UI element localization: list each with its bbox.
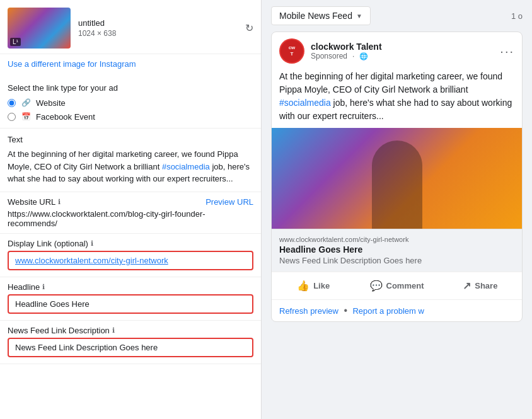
website-url-value: https://www.clockworktalent.com/blog-cit…: [8, 209, 253, 228]
like-icon: 👍: [297, 280, 309, 292]
share-label: Share: [475, 281, 497, 290]
display-link-value: www.clockworktalent.com/city-girl-networ…: [15, 256, 246, 265]
share-icon: ↗: [463, 280, 471, 292]
brand-avatar: cwT: [279, 38, 304, 64]
comment-button[interactable]: 💬 Comment: [355, 275, 438, 297]
website-url-label: Website URL ℹ: [8, 197, 61, 207]
display-link-label: Display Link (optional) ℹ: [8, 239, 253, 248]
event-icon: 📅: [21, 112, 31, 122]
like-button[interactable]: 👍 Like: [272, 275, 355, 297]
use-different-image-section: Use a different image for Instagram: [0, 54, 261, 77]
use-different-image-link[interactable]: Use a different image for Instagram: [8, 59, 136, 69]
radio-website-label: Website: [36, 98, 66, 108]
comment-label: Comment: [386, 281, 424, 290]
radio-event-label: Facebook Event: [36, 112, 95, 122]
display-link-field[interactable]: www.clockworktalent.com/city-girl-networ…: [8, 251, 253, 270]
post-actions: 👍 Like 💬 Comment ↗ Share: [272, 272, 522, 299]
post-header: cwT clockwork Talent Sponsored · 🌐 ···: [272, 32, 522, 70]
headline-section: Headline ℹ Headline Goes Here: [0, 277, 261, 321]
hashtag: #socialmedia: [162, 162, 210, 171]
image-title: untitled: [78, 18, 238, 28]
news-feed-label: Mobile News Feed: [279, 11, 352, 21]
text-content: At the beginning of her digital marketin…: [8, 148, 253, 185]
website-url-section: Website URL ℹ Preview URL https://www.cl…: [0, 192, 261, 234]
refresh-icon[interactable]: ↻: [245, 22, 253, 34]
radio-website[interactable]: 🔗 Website: [8, 98, 253, 108]
left-panel: untitled 1024 × 638 ↻ Use a different im…: [0, 0, 262, 419]
image-area: untitled 1024 × 638 ↻: [0, 0, 261, 54]
link-type-label: Select the link type for your ad: [8, 83, 253, 93]
dropdown-arrow-icon: ▼: [356, 13, 362, 20]
globe-icon: 🌐: [359, 52, 368, 60]
link-type-section: Select the link type for your ad 🔗 Websi…: [0, 77, 261, 129]
link-description: News Feed Link Description Goes here: [279, 256, 514, 265]
post-footer: Refresh preview • Report a problem w: [272, 299, 522, 321]
info-icon-desc: ℹ: [112, 326, 115, 335]
sponsored-label: Sponsored · 🌐: [311, 52, 494, 60]
text-section: Text At the beginning of her digital mar…: [0, 129, 261, 192]
news-feed-dropdown[interactable]: Mobile News Feed ▼: [271, 6, 371, 25]
post-text: At the beginning of her digital marketin…: [272, 70, 522, 128]
radio-website-input[interactable]: [8, 99, 16, 107]
brand-name: clockwork Talent: [311, 42, 494, 52]
headline-value: Headline Goes Here: [15, 299, 246, 309]
link-headline: Headline Goes Here: [279, 244, 514, 255]
like-label: Like: [313, 281, 330, 290]
headline-field[interactable]: Headline Goes Here: [8, 294, 253, 314]
post-hashtag: #socialmedia: [279, 98, 331, 108]
text-label: Text: [8, 135, 253, 144]
radio-event-input[interactable]: [8, 113, 16, 121]
news-feed-desc-value: News Feed Link Description Goes here: [15, 343, 246, 352]
separator: •: [344, 305, 347, 316]
preview-header: Mobile News Feed ▼ 1 o: [271, 6, 523, 25]
radio-facebook-event[interactable]: 📅 Facebook Event: [8, 112, 253, 122]
link-preview-box: www.clockworktalent.com/city-girl-networ…: [272, 229, 522, 272]
preview-url-link[interactable]: Preview URL: [205, 197, 253, 207]
radio-group: 🔗 Website 📅 Facebook Event: [8, 98, 253, 122]
comment-icon: 💬: [370, 280, 383, 292]
post-image: [272, 128, 522, 229]
share-button[interactable]: ↗ Share: [439, 275, 522, 297]
info-icon-headline: ℹ: [42, 283, 45, 291]
right-panel: Mobile News Feed ▼ 1 o cwT clockwork Tal…: [262, 0, 532, 419]
headline-label: Headline ℹ: [8, 282, 253, 292]
link-icon: 🔗: [21, 98, 31, 108]
image-dimensions: 1024 × 638: [78, 29, 238, 38]
post-image-figure: [372, 141, 422, 229]
post-card: cwT clockwork Talent Sponsored · 🌐 ··· A…: [271, 32, 523, 322]
refresh-preview-link[interactable]: Refresh preview: [279, 306, 338, 316]
news-feed-desc-field[interactable]: News Feed Link Description Goes here: [8, 338, 253, 357]
news-feed-desc-label: News Feed Link Description ℹ: [8, 326, 253, 335]
link-domain: www.clockworktalent.com/city-girl-networ…: [279, 236, 514, 243]
report-problem-link[interactable]: Report a problem w: [352, 306, 424, 316]
brand-avatar-inner: cwT: [280, 40, 303, 62]
image-thumbnail[interactable]: [8, 8, 71, 49]
info-icon-display: ℹ: [91, 239, 93, 248]
preview-counter: 1 o: [511, 11, 523, 21]
display-link-section: Display Link (optional) ℹ www.clockworkt…: [0, 234, 261, 277]
post-menu-icon[interactable]: ···: [500, 44, 514, 59]
info-icon-url: ℹ: [58, 198, 61, 206]
news-feed-desc-section: News Feed Link Description ℹ News Feed L…: [0, 321, 261, 364]
